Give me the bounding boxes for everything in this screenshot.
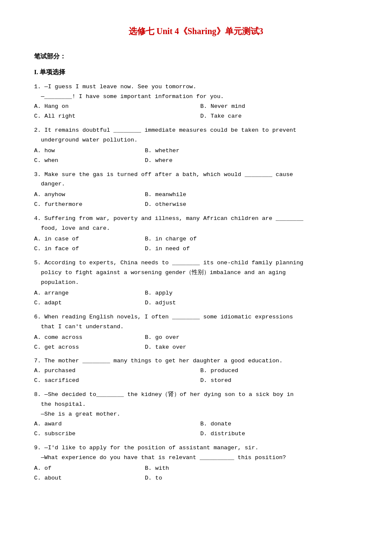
question-4-line-1: food, love and care.: [34, 224, 358, 234]
question-1-option-0: A. Hang on: [34, 102, 192, 112]
question-6-option-2: C. get across: [34, 343, 119, 353]
question-6: 6. When reading English novels, I often …: [34, 312, 358, 353]
question-2-option-0: A. how: [34, 146, 119, 156]
question-2-option-2: C. when: [34, 156, 119, 166]
question-3-option-3: D. otherwise: [145, 200, 230, 210]
question-1-line-1: —________! I have some important informa…: [34, 92, 358, 102]
written-section-label: 笔试部分：: [34, 52, 358, 61]
page-title: 选修七 Unit 4《Sharing》单元测试3: [34, 26, 358, 37]
question-8-options: A. awardB. donateC. subscribeD. distribu…: [34, 419, 358, 439]
question-9-line-0: 9. —I'd like to apply for the position o…: [34, 443, 358, 453]
question-9-option-2: C. about: [34, 474, 119, 483]
question-1-options: A. Hang onB. Never mindC. All rightD. Ta…: [34, 102, 358, 121]
question-2-line-1: underground water pollution.: [34, 136, 358, 145]
question-8-option-3: D. distribute: [200, 429, 358, 439]
question-8-line-1: the hospital.: [34, 400, 358, 410]
question-9-option-1: B. with: [145, 464, 230, 474]
question-3-options: A. anyhowB. meanwhileC. furthermoreD. ot…: [34, 190, 358, 210]
question-2: 2. It remains doubtful ________ immediat…: [34, 126, 358, 166]
question-3-option-0: A. anyhow: [34, 190, 119, 200]
question-2-option-1: B. whether: [145, 146, 230, 156]
question-5-option-3: D. adjust: [145, 298, 230, 308]
question-5-option-1: B. apply: [145, 289, 230, 298]
question-4-option-1: B. in charge of: [145, 234, 230, 244]
question-3-line-0: 3. Make sure the gas is turned off after…: [34, 170, 358, 180]
question-6-line-0: 6. When reading English novels, I often …: [34, 312, 358, 322]
question-1-option-1: B. Never mind: [200, 102, 358, 112]
question-3: 3. Make sure the gas is turned off after…: [34, 170, 358, 210]
question-5-line-1: policy to fight against a worsening gend…: [34, 268, 358, 278]
question-1-option-3: D. Take care: [200, 112, 358, 121]
question-6-option-1: B. go over: [145, 333, 230, 343]
question-8: 8. —She decided to________ the kidney（肾）…: [34, 390, 358, 439]
question-7-option-1: B. produced: [200, 366, 358, 376]
question-4-option-2: C. in face of: [34, 244, 119, 254]
question-4-line-0: 4. Suffering from war, poverty and illne…: [34, 214, 358, 224]
question-5-options: A. arrangeB. applyC. adaptD. adjust: [34, 289, 358, 308]
question-4: 4. Suffering from war, poverty and illne…: [34, 214, 358, 254]
question-6-option-0: A. come across: [34, 333, 119, 343]
question-9-option-0: A. of: [34, 464, 119, 474]
question-8-option-1: B. donate: [200, 419, 358, 429]
question-3-line-1: danger.: [34, 179, 358, 189]
question-7: 7. The mother ________ many things to ge…: [34, 356, 358, 386]
question-9-option-3: D. to: [145, 474, 230, 483]
question-9-line-1: —What experience do you have that is rel…: [34, 453, 358, 463]
question-3-option-1: B. meanwhile: [145, 190, 230, 200]
question-4-option-0: A. in case of: [34, 234, 119, 244]
question-6-option-3: D. take over: [145, 343, 230, 353]
question-1-line-0: 1. —I guess I must leave now. See you to…: [34, 82, 358, 92]
question-2-options: A. howB. whetherC. whenD. where: [34, 146, 358, 166]
question-7-option-2: C. sacrificed: [34, 376, 192, 386]
question-4-option-3: D. in need of: [145, 244, 230, 254]
question-5-line-0: 5. According to experts, China needs to …: [34, 258, 358, 268]
question-8-option-0: A. award: [34, 419, 192, 429]
question-5-option-2: C. adapt: [34, 298, 119, 308]
question-9: 9. —I'd like to apply for the position o…: [34, 443, 358, 483]
question-7-line-0: 7. The mother ________ many things to ge…: [34, 356, 358, 366]
question-3-option-2: C. furthermore: [34, 200, 119, 210]
question-5-option-0: A. arrange: [34, 289, 119, 298]
question-8-option-2: C. subscribe: [34, 429, 192, 439]
question-2-option-3: D. where: [145, 156, 230, 166]
question-7-option-0: A. purchased: [34, 366, 192, 376]
question-4-options: A. in case ofB. in charge ofC. in face o…: [34, 234, 358, 254]
question-6-options: A. come acrossB. go overC. get acrossD. …: [34, 333, 358, 353]
question-2-line-0: 2. It remains doubtful ________ immediat…: [34, 126, 358, 136]
question-5: 5. According to experts, China needs to …: [34, 258, 358, 308]
question-7-option-3: D. stored: [200, 376, 358, 386]
question-1-option-2: C. All right: [34, 112, 192, 121]
question-7-options: A. purchasedB. producedC. sacrificedD. s…: [34, 366, 358, 386]
question-5-line-2: population.: [34, 278, 358, 288]
question-8-line-0: 8. —She decided to________ the kidney（肾）…: [34, 390, 358, 400]
section1-title: I. 单项选择: [34, 68, 358, 76]
question-1: 1. —I guess I must leave now. See you to…: [34, 82, 358, 121]
question-8-line-2: —She is a great mother.: [34, 410, 358, 419]
question-6-line-1: that I can't understand.: [34, 322, 358, 332]
question-9-options: A. ofB. withC. aboutD. to: [34, 464, 358, 483]
questions-container: 1. —I guess I must leave now. See you to…: [34, 82, 358, 483]
